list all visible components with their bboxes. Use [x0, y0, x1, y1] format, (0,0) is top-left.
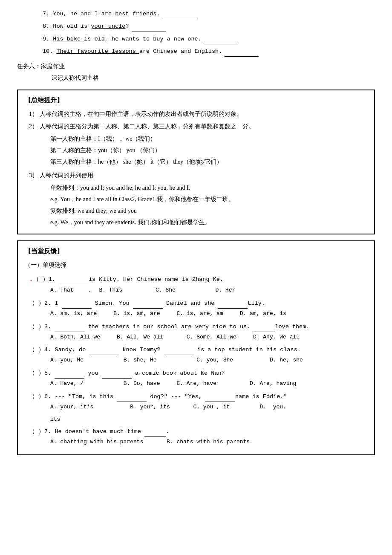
item-8: 8. How old is your uncle?: [43, 21, 375, 32]
mc-bracket-7: （ ）7. He doesn't have much time .: [29, 428, 169, 435]
q-blank-4a: [89, 344, 119, 355]
its-line: its: [50, 414, 367, 424]
summary-item-1-num: 1）: [29, 111, 38, 117]
mc-item-7: （ ）7. He doesn't have much time . A. cha…: [25, 426, 367, 447]
feedback-title: 【当堂反馈】: [25, 246, 367, 257]
item-8-blank: [132, 21, 166, 32]
q-blank-5a: [55, 368, 84, 379]
q-blank-2a: [62, 298, 92, 309]
parallel-item-3: 复数排列: we and they; we and you: [50, 205, 367, 216]
summary-sub-3: 第三人称的主格：he（他） she（她） it（它） they（他/她/它们）: [50, 156, 367, 167]
q-blank-3b: [254, 321, 275, 332]
dot-marker-1: .: [29, 275, 33, 283]
mc-question-7: （ ）7. He doesn't have much time .: [29, 426, 367, 437]
item-7-underlined: You, he and I: [53, 11, 101, 17]
q-blank-3a: [55, 321, 84, 332]
mc-item-1: .（ ）1. is Kitty. Her Chinese name is Zha…: [25, 273, 367, 295]
item-9-num: 9.: [43, 36, 53, 42]
task-six-sub: 识记人称代词主格: [51, 72, 375, 83]
summary-item-1-text: 人称代词的主格，在句中用作主语，表示动作的发出者或句子所说明的对象。: [40, 111, 242, 117]
mc-item-5: （ ）5. you a comic book about Ke Nan? A. …: [25, 368, 367, 389]
summary-item-3-num: 3）: [29, 172, 38, 179]
item-10: 10. Their favourite lessons are Chinese …: [43, 46, 375, 57]
q-blank-5b: [102, 368, 132, 379]
task-six-header: 任务六：家庭作业: [17, 61, 375, 72]
q-blank-7a: [144, 426, 166, 437]
mc-bracket-2: （ ）2. I Simon. You Daniel and she Lily.: [29, 300, 265, 306]
summary-item-3-text: 人称代词的并列使用.: [40, 172, 95, 179]
item-10-blank: [225, 46, 259, 57]
summary-item-2: 2） 人称代词的主格分为第一人称、第二人称、第三人称，分别有单数和复数之 分。: [29, 121, 367, 132]
mc-bracket-4: （ ）4. Sandy, do know Tommy? is a top stu…: [29, 347, 301, 353]
item-10-text: are Chinese and English.: [139, 48, 222, 55]
item-9-blank: [204, 34, 238, 44]
mc-options-5: A. Have, / B. Do, have C. Are, have D. A…: [50, 379, 367, 388]
task-six-section: 任务六：家庭作业 识记人称代词主格: [17, 61, 375, 83]
feedback-section: 【当堂反馈】 （一）单项选择 .（ ）1. is Kitty. Her Chin…: [17, 240, 375, 455]
mc-question-5: （ ）5. you a comic book about Ke Nan?: [29, 368, 367, 379]
item-9-text: is old, he wants to buy a new one.: [84, 36, 201, 42]
mc-question-4: （ ）4. Sandy, do know Tommy? is a top stu…: [29, 344, 367, 355]
summary-item-1: 1） 人称代词的主格，在句中用作主语，表示动作的发出者或句子所说明的对象。: [29, 109, 367, 119]
mc-question-1: .（ ）1. is Kitty. Her Chinese name is Zha…: [29, 273, 367, 286]
item-7-blank: [162, 9, 196, 19]
item-7-text: are best friends.: [101, 11, 160, 17]
q-blank-6b: [205, 391, 235, 402]
mc-options-3: A. Both, All we B. All, We all C. Some, …: [50, 332, 367, 342]
q-blank-6a: [117, 391, 147, 402]
summary-item-2-text: 人称代词的主格分为第一人称、第二人称、第三人称，分别有单数和复数之 分。: [40, 123, 254, 130]
mc-question-3: （ ）3. the teachers in our school are ver…: [29, 321, 367, 332]
item-8-num: 8.: [43, 23, 53, 29]
item-8-text-after: ?: [125, 23, 129, 29]
summary-sub-1: 第一人称的主格：I（我）， we（我们）: [50, 133, 367, 144]
item-7-num: 7.: [43, 11, 53, 17]
summary-title: 【总结提升】: [25, 95, 367, 106]
parallel-item-1: 单数排列：you and I; you and he; he and I; yo…: [50, 182, 367, 193]
item-7: 7. You, he and I are best friends.: [43, 9, 375, 19]
mc-options-1: A. That ． B. This C. She D. Her: [50, 285, 367, 295]
mc-bracket-5: （ ）5. you a comic book about Ke Nan?: [29, 370, 225, 376]
mc-options-4: A. you, He B. she, He C. you, She D. he,…: [50, 355, 367, 365]
mc-bracket-1: （ ）1. is Kitty. Her Chinese name is Zhan…: [33, 276, 223, 283]
q-blank-1a: [59, 275, 89, 285]
item-8-underlined: your uncle: [91, 23, 125, 29]
mc-question-6: （ ）6. --- "Tom, is this dog?" --- "Yes, …: [29, 391, 367, 402]
numbered-items-section: 7. You, he and I are best friends. 8. Ho…: [17, 9, 375, 57]
mc-item-3: （ ）3. the teachers in our school are ver…: [25, 321, 367, 342]
mc-bracket-6: （ ）6. --- "Tom, is this dog?" --- "Yes, …: [29, 393, 287, 400]
item-10-underlined: Their favourite lessons: [56, 48, 139, 55]
q-blank-2b: [133, 298, 163, 309]
q-blank-4b: [164, 344, 194, 355]
mc-options-2: A. am, is, are B. is, am, are C. is, are…: [50, 309, 367, 318]
mc-bracket-3: （ ）3. the teachers in our school are ver…: [29, 324, 309, 330]
summary-item-3: 3） 人称代词的并列使用.: [29, 170, 367, 181]
parallel-item-4: e.g. We，you and they are students. 我们,你们…: [50, 217, 367, 228]
item-9: 9. His bike is old, he wants to buy a ne…: [43, 34, 375, 44]
mc-item-6: （ ）6. --- "Tom, is this dog?" --- "Yes, …: [25, 391, 367, 412]
summary-sub-2: 第二人称的主格：you（你） you （你们）: [50, 145, 367, 156]
item-8-text-before: How old is: [53, 23, 91, 29]
summary-section: 【总结提升】 1） 人称代词的主格，在句中用作主语，表示动作的发出者或句子所说明…: [17, 90, 375, 235]
mc-question-2: （ ）2. I Simon. You Daniel and she Lily.: [29, 298, 367, 309]
mc-item-4: （ ）4. Sandy, do know Tommy? is a top stu…: [25, 344, 367, 365]
mc-options-6: A. your, it's B. your, its C. you , it D…: [50, 402, 367, 412]
summary-item-2-num: 2）: [29, 123, 38, 130]
item-10-num: 10.: [43, 48, 56, 55]
parallel-item-2: e.g. You，he and I are all in Class2, Gra…: [50, 194, 367, 205]
item-9-underlined: His bike: [53, 36, 84, 42]
feedback-sub-header: （一）单项选择: [25, 260, 367, 270]
q-blank-2c: [218, 298, 248, 309]
mc-item-2: （ ）2. I Simon. You Daniel and she Lily. …: [25, 298, 367, 319]
mc-options-7: A. chatting with his parents B. chats wi…: [50, 437, 367, 447]
